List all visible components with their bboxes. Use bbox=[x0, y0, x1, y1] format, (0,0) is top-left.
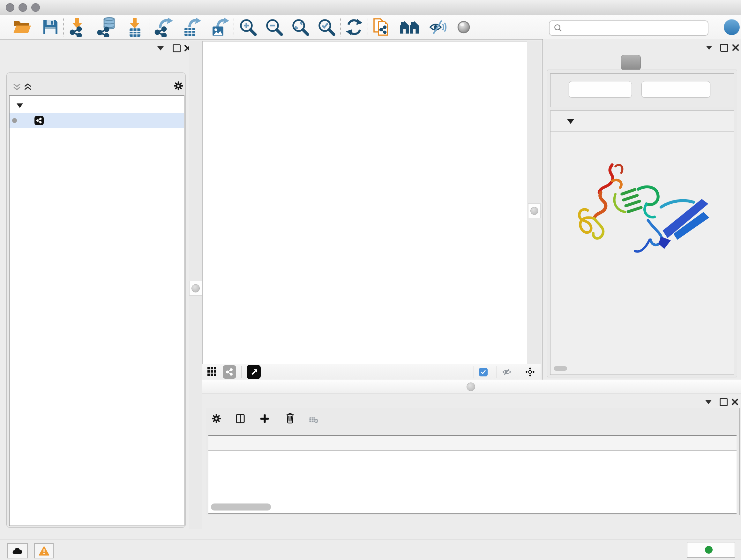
float-menu-icon[interactable] bbox=[704, 43, 714, 52]
grid-view-icon[interactable] bbox=[207, 367, 217, 377]
houses-icon bbox=[400, 20, 419, 34]
warnings-button[interactable] bbox=[34, 543, 54, 558]
open-session-button[interactable] bbox=[13, 17, 31, 38]
zoom-selected-button[interactable] bbox=[317, 17, 336, 38]
toolbar-separator bbox=[233, 18, 234, 37]
toolbar-separator bbox=[149, 18, 149, 37]
netbar-separator bbox=[241, 366, 242, 378]
horizontal-splitter[interactable] bbox=[202, 380, 741, 394]
card-scrollbar-thumb[interactable] bbox=[554, 366, 567, 371]
import-network-database-button[interactable] bbox=[96, 17, 116, 38]
left-splitter[interactable] bbox=[189, 41, 202, 530]
zoom-out-button[interactable] bbox=[265, 17, 283, 38]
netbar-separator bbox=[496, 366, 497, 378]
netbar-separator bbox=[474, 366, 474, 378]
network-row-selected[interactable] bbox=[10, 113, 184, 128]
show-columns-icon[interactable] bbox=[235, 414, 245, 423]
hidden-eye-slash-icon[interactable] bbox=[502, 367, 512, 377]
export-network-button[interactable] bbox=[154, 17, 173, 38]
import-table-icon bbox=[125, 17, 144, 37]
level-of-detail-button[interactable] bbox=[456, 17, 471, 38]
cloud-button[interactable] bbox=[7, 543, 28, 558]
network-graph[interactable] bbox=[203, 42, 527, 364]
network-collection-row[interactable] bbox=[10, 100, 184, 113]
title-bar bbox=[0, 0, 741, 15]
eye-slash-icon bbox=[429, 20, 447, 35]
table-box bbox=[206, 408, 740, 515]
search-icon bbox=[553, 23, 563, 33]
result-card-header[interactable] bbox=[550, 111, 734, 132]
collapse-all-button[interactable] bbox=[642, 81, 711, 98]
close-panel-icon[interactable] bbox=[731, 43, 740, 52]
home-button[interactable] bbox=[400, 17, 419, 38]
memory-button[interactable] bbox=[687, 542, 735, 558]
collapse-all-icon[interactable] bbox=[12, 82, 22, 92]
float-window-icon[interactable] bbox=[719, 397, 728, 407]
export-table-button[interactable] bbox=[182, 17, 201, 38]
results-panel bbox=[542, 39, 741, 380]
network-tree bbox=[9, 95, 185, 526]
splitter-handle[interactable] bbox=[467, 382, 475, 391]
refresh-icon bbox=[345, 18, 363, 36]
export-image-icon bbox=[210, 17, 229, 37]
search-input[interactable] bbox=[565, 23, 708, 34]
string-document-icon bbox=[373, 18, 390, 37]
export-network-icon bbox=[154, 17, 173, 37]
cloud-icon bbox=[12, 547, 23, 555]
expand-all-button[interactable] bbox=[569, 81, 632, 98]
export-image-button[interactable] bbox=[210, 17, 229, 38]
table-options-gear-icon[interactable] bbox=[212, 414, 221, 423]
selected-checkbox-icon[interactable] bbox=[479, 368, 488, 376]
node-table bbox=[208, 435, 737, 514]
save-floppy-icon bbox=[42, 19, 59, 36]
string-document-button[interactable] bbox=[373, 17, 390, 38]
open-view-icon[interactable] bbox=[247, 365, 261, 379]
tree-expand-icon[interactable] bbox=[17, 104, 23, 108]
birds-eye-crosshair-icon[interactable] bbox=[525, 367, 535, 377]
zoom-selected-icon bbox=[317, 18, 336, 37]
zoom-in-icon bbox=[239, 18, 257, 37]
hide-graphics-button[interactable] bbox=[429, 17, 447, 38]
add-column-plus-icon[interactable] bbox=[260, 414, 269, 423]
open-folder-icon bbox=[13, 19, 31, 35]
zoom-window-icon[interactable] bbox=[31, 3, 40, 12]
protein-structure-image bbox=[563, 153, 717, 268]
toolbar-separator bbox=[63, 18, 64, 37]
minimize-window-icon[interactable] bbox=[18, 3, 27, 12]
float-window-icon[interactable] bbox=[719, 43, 729, 52]
expand-all-icon[interactable] bbox=[23, 82, 32, 92]
delete-column-trash-icon[interactable] bbox=[285, 413, 295, 423]
table-header-row bbox=[208, 436, 737, 451]
float-window-icon[interactable] bbox=[172, 44, 181, 53]
zoom-out-icon bbox=[265, 18, 283, 37]
collapse-entry-icon[interactable] bbox=[567, 119, 574, 124]
delete-table-icon bbox=[309, 415, 319, 425]
memory-status-icon bbox=[705, 546, 713, 554]
table-panel bbox=[202, 393, 741, 540]
side-splitter-handle[interactable] bbox=[528, 203, 541, 218]
refresh-button[interactable] bbox=[345, 17, 363, 38]
zoom-in-button[interactable] bbox=[239, 17, 257, 38]
network-options-gear-icon[interactable] bbox=[174, 81, 183, 91]
float-menu-icon[interactable] bbox=[704, 397, 713, 407]
import-network-icon bbox=[68, 17, 87, 37]
import-table-button[interactable] bbox=[125, 17, 144, 38]
network-type-icon bbox=[35, 116, 44, 125]
save-session-button[interactable] bbox=[42, 17, 59, 38]
orb-icon bbox=[456, 20, 471, 35]
close-panel-icon[interactable] bbox=[730, 397, 740, 407]
float-menu-icon[interactable] bbox=[156, 44, 165, 53]
table-scrollbar-thumb[interactable] bbox=[211, 503, 271, 510]
network-canvas[interactable] bbox=[202, 41, 527, 365]
fit-content-icon bbox=[291, 18, 310, 37]
toolbar-separator bbox=[340, 18, 341, 37]
tab-string[interactable] bbox=[621, 55, 641, 70]
close-window-icon[interactable] bbox=[6, 3, 14, 12]
import-network-file-button[interactable] bbox=[68, 17, 87, 38]
network-view-icon[interactable] bbox=[223, 365, 236, 379]
search-field[interactable] bbox=[549, 20, 709, 36]
splitter-handle[interactable] bbox=[189, 281, 202, 296]
fit-content-button[interactable] bbox=[291, 17, 310, 38]
netbar-separator bbox=[520, 366, 520, 378]
help-button[interactable] bbox=[724, 19, 740, 35]
